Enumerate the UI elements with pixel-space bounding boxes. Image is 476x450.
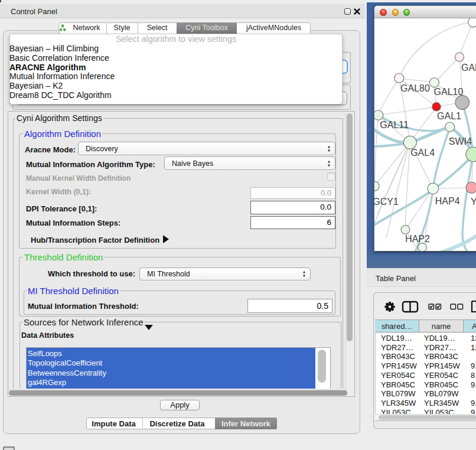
svg-text:GAL: GAL — [461, 63, 476, 73]
svg-text:GAL10: GAL10 — [434, 87, 464, 97]
svg-text:Y: Y — [471, 197, 476, 207]
svg-text:GAL11: GAL11 — [380, 120, 409, 130]
svg-text:GAL1: GAL1 — [437, 111, 461, 121]
svg-text:HAP4: HAP4 — [435, 196, 460, 206]
svg-text:GAL80: GAL80 — [400, 83, 430, 93]
svg-text:GAL4: GAL4 — [410, 148, 435, 158]
svg-text:GCY1: GCY1 — [374, 197, 399, 207]
svg-text:HAP2: HAP2 — [405, 234, 430, 244]
svg-text:SWI4: SWI4 — [449, 136, 472, 146]
